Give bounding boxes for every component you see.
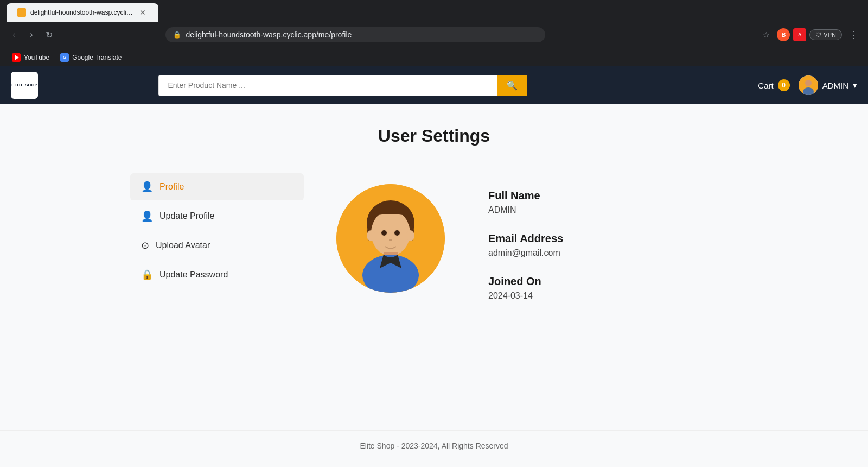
update-profile-icon: 👤 [141, 210, 153, 222]
sidebar-item-update-profile[interactable]: 👤 Update Profile [130, 203, 304, 230]
search-container: 🔍 [158, 75, 527, 96]
vpn-button[interactable]: 🛡 VPN [809, 29, 842, 40]
page-title: User Settings [0, 104, 868, 162]
browser-actions: ☆ B A 🛡 VPN ⋮ [758, 27, 861, 43]
avatar [336, 184, 445, 293]
sidebar-update-profile-label: Update Profile [159, 211, 214, 221]
bookmark-youtube-label: YouTube [24, 54, 49, 61]
vpn-icon: 🛡 [815, 31, 821, 38]
email-group: Email Address admin@gmail.com [488, 232, 738, 258]
forward-button[interactable]: › [24, 27, 39, 42]
brave-icon: B [777, 28, 790, 41]
avatar-illustration [336, 184, 445, 293]
user-name-label: ADMIN [822, 81, 848, 90]
address-bar[interactable] [186, 30, 538, 39]
reload-button[interactable]: ↻ [41, 27, 56, 42]
svg-point-7 [406, 230, 414, 241]
upload-avatar-icon: ⊙ [141, 239, 149, 251]
sidebar-item-update-password[interactable]: 🔒 Update Password [130, 261, 304, 288]
tab-title: delightful-houndstooth-wasp.cyclic.app/m… [30, 9, 133, 16]
browser-tab[interactable]: delightful-houndstooth-wasp.cyclic.app/m… [7, 3, 158, 22]
app-footer: Elite Shop - 2023-2024, All Rights Reser… [0, 430, 868, 461]
svg-point-6 [367, 230, 375, 241]
browser-toolbar: ‹ › ↻ 🔒 ☆ B A 🛡 VPN ⋮ [0, 22, 868, 48]
sidebar-item-profile[interactable]: 👤 Profile [130, 173, 304, 200]
main-content: User Settings 👤 Profile 👤 Update Profile… [0, 104, 868, 430]
google-translate-icon: G [60, 53, 69, 62]
user-avatar-small [799, 75, 818, 95]
vpn-label: VPN [824, 31, 836, 38]
svg-point-1 [805, 80, 812, 86]
svg-point-12 [389, 239, 392, 241]
joined-value: 2024-03-14 [488, 291, 738, 301]
cart-count-badge: 0 [778, 79, 790, 91]
full-name-group: Full Name ADMIN [488, 190, 738, 215]
search-button[interactable]: 🔍 [497, 75, 527, 96]
footer-text: Elite Shop - 2023-2024, All Rights Reser… [360, 441, 508, 450]
header-right: Cart 0 ADMIN ▾ [758, 75, 857, 95]
profile-content: Full Name ADMIN Email Address admin@gmai… [336, 173, 738, 318]
bookmark-translate[interactable]: G Google Translate [56, 52, 126, 64]
bookmarks-bar: YouTube G Google Translate [0, 48, 868, 66]
email-value: admin@gmail.com [488, 248, 738, 258]
user-dropdown-icon: ▾ [853, 80, 857, 90]
joined-label: Joined On [488, 275, 738, 288]
bookmark-youtube[interactable]: YouTube [8, 52, 54, 64]
sidebar-upload-avatar-label: Upload Avatar [156, 241, 210, 250]
joined-group: Joined On 2024-03-14 [488, 275, 738, 301]
full-name-value: ADMIN [488, 205, 738, 215]
user-menu-button[interactable]: ADMIN ▾ [799, 75, 857, 95]
svg-point-10 [381, 230, 387, 236]
logo[interactable]: ELITE SHOP [11, 72, 38, 99]
cart-label: Cart [758, 81, 773, 90]
bookmark-translate-label: Google Translate [72, 54, 122, 61]
sidebar: 👤 Profile 👤 Update Profile ⊙ Upload Avat… [130, 173, 304, 318]
sidebar-update-password-label: Update Password [159, 270, 228, 280]
lock-icon: 🔒 [173, 31, 181, 39]
sidebar-profile-label: Profile [159, 182, 184, 192]
sidebar-item-upload-avatar[interactable]: ⊙ Upload Avatar [130, 232, 304, 259]
user-info-section: Full Name ADMIN Email Address admin@gmai… [488, 184, 738, 318]
youtube-icon [12, 53, 21, 62]
search-input[interactable] [158, 75, 497, 96]
app-header: ELITE SHOP 🔍 Cart 0 ADMIN ▾ [0, 66, 868, 104]
tab-favicon [17, 8, 26, 17]
full-name-label: Full Name [488, 190, 738, 202]
lock-icon: 🔒 [141, 269, 153, 281]
tab-close-button[interactable]: ✕ [138, 8, 148, 17]
email-label: Email Address [488, 232, 738, 245]
cart-button[interactable]: Cart 0 [758, 79, 789, 91]
bookmark-icon[interactable]: ☆ [758, 27, 774, 42]
browser-chrome: ‹ › ↻ 🔒 ☆ B A 🛡 VPN ⋮ YouTube G [0, 22, 868, 66]
browser-tab-bar: delightful-houndstooth-wasp.cyclic.app/m… [0, 0, 868, 22]
user-avatar-svg [799, 75, 818, 95]
browser-menu-button[interactable]: ⋮ [845, 27, 861, 43]
back-button[interactable]: ‹ [7, 27, 22, 42]
nav-buttons: ‹ › ↻ [7, 27, 56, 42]
profile-icon: 👤 [141, 181, 153, 193]
content-area: 👤 Profile 👤 Update Profile ⊙ Upload Avat… [108, 162, 760, 329]
address-bar-container: 🔒 [165, 27, 545, 42]
avatar-section [336, 184, 445, 293]
acrobat-icon: A [793, 28, 806, 41]
svg-point-11 [394, 230, 400, 236]
